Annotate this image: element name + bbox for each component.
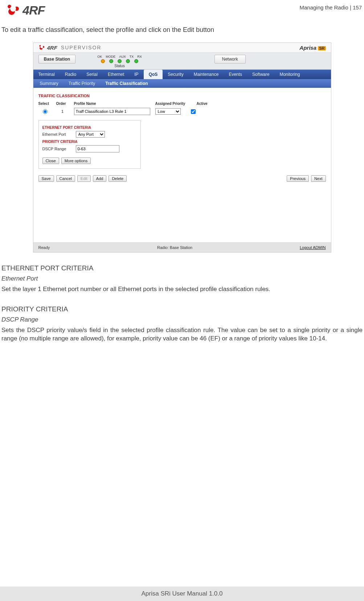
status-lights: OK MODE AUX TX RX Status <box>97 55 142 68</box>
active-checkbox[interactable] <box>191 109 196 114</box>
eth-criteria-title: ETHERNET PORT CRITERIA <box>42 126 137 130</box>
logout-link[interactable]: Logout ADMIN <box>300 245 326 250</box>
tab-radio[interactable]: Radio <box>60 70 81 79</box>
nav-main: Terminal Radio Serial Ethernet IP QoS Se… <box>33 70 331 79</box>
col-profile-name: Profile Name <box>74 102 150 106</box>
dscp-range-label: DSCP Range <box>42 147 71 151</box>
light-label: MODE <box>106 55 115 58</box>
more-options-button[interactable]: More options <box>61 158 91 164</box>
brand-name: Aprisa <box>299 45 316 51</box>
subtab-traffic-classification[interactable]: Traffic Classification <box>100 79 153 88</box>
supervisor-label: SUPERVISOR <box>61 45 102 50</box>
footer-ready: Ready <box>38 245 50 250</box>
brand-label: Aprisa SR <box>299 45 326 51</box>
delete-button[interactable]: Delete <box>109 175 127 182</box>
tab-maintenance[interactable]: Maintenance <box>189 70 224 79</box>
tab-monitoring[interactable]: Monitoring <box>274 70 305 79</box>
tab-ip[interactable]: IP <box>129 70 143 79</box>
priority-criteria-title: PRIORITY CRITERIA <box>42 140 137 144</box>
doc-prio-subtitle: DSCP Range <box>1 316 364 323</box>
tab-ethernet[interactable]: Ethernet <box>103 70 129 79</box>
mini-logo-icon <box>38 44 45 51</box>
brand-suffix: SR <box>318 46 326 50</box>
status-dot-icon <box>118 59 122 63</box>
intro-text: To edit a traffic classification, select… <box>0 26 364 34</box>
subtab-traffic-priority[interactable]: Traffic Priority <box>64 79 100 88</box>
status-label: Status <box>114 64 124 68</box>
previous-button[interactable]: Previous <box>287 175 309 182</box>
criteria-panel: ETHERNET PORT CRITERIA Ethernet Port Any… <box>38 120 141 169</box>
add-button[interactable]: Add <box>93 175 107 182</box>
col-select: Select <box>38 102 51 106</box>
tab-qos[interactable]: QoS <box>144 70 163 79</box>
panel-section-title: TRAFFIC CLASSIFICATION <box>38 94 326 98</box>
col-active: Active <box>197 102 211 106</box>
tab-terminal[interactable]: Terminal <box>33 70 60 79</box>
dscp-range-input[interactable] <box>76 145 119 152</box>
cancel-button[interactable]: Cancel <box>56 175 75 182</box>
light-label: RX <box>137 55 142 58</box>
light-label: OK <box>97 55 102 58</box>
status-dot-icon <box>109 59 113 63</box>
close-button[interactable]: Close <box>42 158 59 164</box>
svg-point-3 <box>10 6 16 12</box>
brand-logo: 4RF <box>6 3 45 17</box>
light-label: AUX <box>119 55 126 58</box>
col-assigned-priority: Assigned Priority <box>155 102 192 106</box>
save-button[interactable]: Save <box>38 175 54 182</box>
status-dot-icon <box>134 59 138 63</box>
profile-name-input[interactable] <box>74 108 150 115</box>
status-dot-icon <box>126 59 130 63</box>
doc-eth-body: Set the layer 1 Ethernet port number or … <box>1 285 363 294</box>
tab-serial[interactable]: Serial <box>81 70 103 79</box>
col-order: Order <box>56 102 69 106</box>
next-button[interactable]: Next <box>311 175 326 182</box>
doc-eth-subtitle: Ethernet Port <box>1 275 364 282</box>
page-footer: Aprisa SRi User Manual 1.0.0 <box>0 586 364 601</box>
doc-prio-title: PRIORITY CRITERIA <box>1 305 364 313</box>
logo-icon <box>6 3 20 17</box>
status-dot-icon <box>101 59 105 63</box>
page-header-right: Managing the Radio | 157 <box>299 4 362 11</box>
select-radio[interactable] <box>43 109 48 114</box>
order-value: 1 <box>56 109 69 114</box>
svg-point-7 <box>40 46 43 48</box>
light-label: TX <box>130 55 134 58</box>
eth-port-select[interactable]: Any Port <box>76 131 105 138</box>
eth-port-label: Ethernet Port <box>42 132 71 136</box>
doc-prio-body: Sets the DSCP priority value/s field in … <box>1 326 363 343</box>
table-row: 1 Low <box>38 108 326 115</box>
doc-eth-title: ETHERNET PORT CRITERIA <box>1 264 364 272</box>
network-button[interactable]: Network <box>214 55 246 64</box>
logo-text: 4RF <box>23 3 45 17</box>
tab-software[interactable]: Software <box>247 70 274 79</box>
subtab-summary[interactable]: Summary <box>35 79 64 88</box>
edit-button[interactable]: Edit <box>77 175 91 182</box>
footer-radio: Radio: Base Station <box>157 245 192 250</box>
tab-events[interactable]: Events <box>224 70 247 79</box>
app-screenshot: 4RF SUPERVISOR Aprisa SR Base Station OK… <box>33 42 331 253</box>
assigned-priority-select[interactable]: Low <box>155 108 181 115</box>
tab-security[interactable]: Security <box>163 70 188 79</box>
base-station-button[interactable]: Base Station <box>38 55 76 64</box>
nav-sub: Summary Traffic Priority Traffic Classif… <box>33 79 331 88</box>
mini-logo-text: 4RF <box>47 45 57 51</box>
